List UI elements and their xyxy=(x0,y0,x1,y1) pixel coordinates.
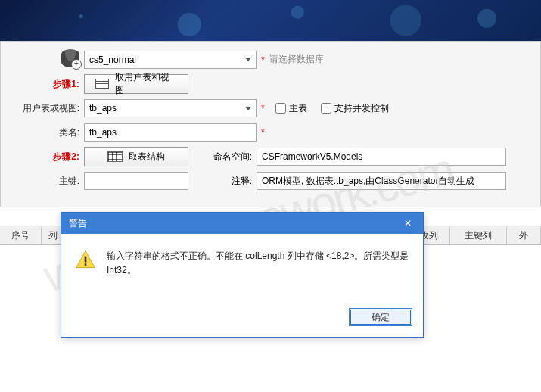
dialog-ok-button[interactable]: 确定 xyxy=(349,308,412,326)
class-name-input[interactable]: tb_aps xyxy=(84,123,257,142)
database-icon xyxy=(61,49,79,67)
required-marker: * xyxy=(261,54,265,65)
dialog-close-button[interactable]: ✕ xyxy=(393,213,423,234)
grid-icon xyxy=(107,151,123,162)
comment-input[interactable]: ORM模型, 数据表:tb_aps,由ClassGenerator自动生成 xyxy=(257,172,506,190)
fetch-tables-label: 取用户表和视图 xyxy=(115,71,177,97)
table-view-value: tb_aps xyxy=(89,103,117,114)
database-hint: 请选择数据库 xyxy=(269,53,324,66)
concurrency-input[interactable] xyxy=(321,103,331,114)
dialog-message: 输入字符串的格式不正确。不能在 colLength 列中存储 <18,2>。所需… xyxy=(107,249,409,294)
pk-label: 主键: xyxy=(8,175,84,188)
caret-down-icon xyxy=(245,58,251,61)
header-banner xyxy=(0,0,541,42)
fetch-icon xyxy=(95,79,109,89)
class-name-value: tb_aps xyxy=(89,127,117,138)
required-marker: * xyxy=(261,127,265,138)
caret-down-icon xyxy=(245,107,251,110)
fetch-tables-button[interactable]: 取用户表和视图 xyxy=(84,74,188,94)
fetch-struct-button[interactable]: 取表结构 xyxy=(84,147,188,166)
col-pk[interactable]: 主键列 xyxy=(450,226,507,244)
step2-label: 步骤2: xyxy=(8,151,84,163)
col-seq[interactable]: 序号 xyxy=(0,226,42,244)
step1-label: 步骤1: xyxy=(8,78,84,91)
required-marker: * xyxy=(261,103,265,114)
main-table-input[interactable] xyxy=(275,103,286,114)
pk-input[interactable] xyxy=(84,172,188,190)
namespace-label: 命名空间: xyxy=(211,151,257,163)
warning-dialog: 警告 ✕ 输入字符串的格式不正确。不能在 colLength 列中存储 <18,… xyxy=(61,212,424,338)
main-table-checkbox[interactable]: 主表 xyxy=(275,102,307,115)
comment-value: ORM模型, 数据表:tb_aps,由ClassGenerator自动生成 xyxy=(262,175,474,188)
dialog-titlebar[interactable]: 警告 ✕ xyxy=(61,213,423,234)
comment-label: 注释: xyxy=(211,175,257,188)
warning-icon xyxy=(75,249,96,270)
dialog-title: 警告 xyxy=(69,217,87,230)
concurrency-checkbox[interactable]: 支持并发控制 xyxy=(321,102,389,115)
concurrency-label: 支持并发控制 xyxy=(334,102,389,115)
svg-rect-1 xyxy=(85,257,87,263)
main-table-label: 主表 xyxy=(289,102,307,115)
table-view-select[interactable]: tb_aps xyxy=(84,99,257,117)
svg-rect-2 xyxy=(85,263,87,266)
table-view-label: 用户表或视图: xyxy=(8,102,84,115)
class-name-label: 类名: xyxy=(8,126,84,139)
namespace-value: CSFrameworkV5.Models xyxy=(262,151,362,162)
fetch-struct-label: 取表结构 xyxy=(129,151,165,163)
col-fk[interactable]: 外 xyxy=(507,226,541,244)
database-select[interactable]: cs5_normal xyxy=(84,51,257,69)
close-icon: ✕ xyxy=(404,218,412,229)
database-value: cs5_normal xyxy=(89,54,136,65)
namespace-input[interactable]: CSFrameworkV5.Models xyxy=(257,148,506,166)
config-panel: cs5_normal * 请选择数据库 步骤1: 取用户表和视图 用户表或视图:… xyxy=(0,42,541,207)
